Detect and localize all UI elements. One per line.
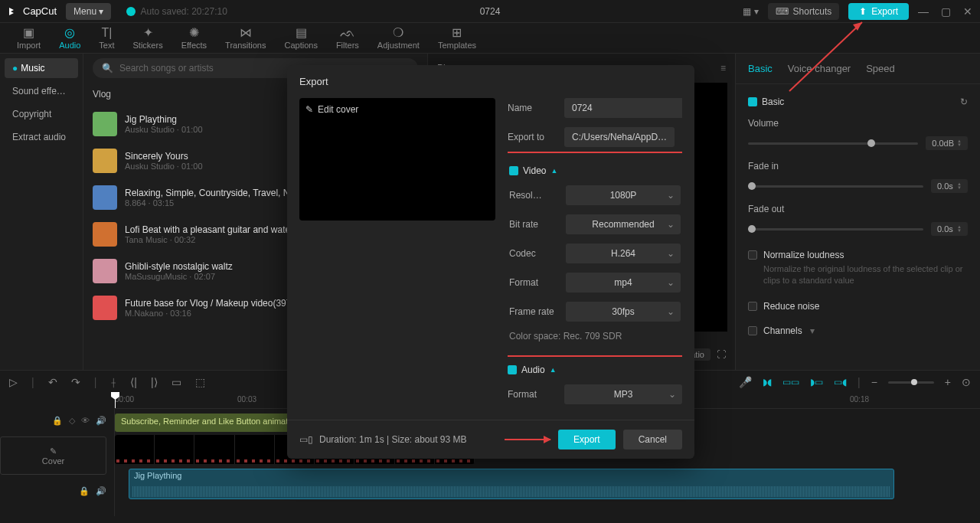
tool-effects[interactable]: ✺Effects — [172, 27, 216, 50]
templates-icon: ⊞ — [452, 27, 462, 39]
redo-icon[interactable]: ↷ — [71, 376, 80, 388]
undo-icon[interactable]: ↶ — [48, 376, 57, 388]
split-icon[interactable]: ⟊ — [110, 376, 116, 388]
keyboard-icon: ⌨ — [776, 6, 789, 17]
export-confirm-button[interactable]: Export — [558, 430, 616, 449]
captions-icon: ▤ — [296, 27, 307, 39]
pointer-tool-icon[interactable]: ▷ — [9, 376, 18, 388]
volume-slider[interactable] — [748, 142, 918, 145]
framerate-dropdown[interactable]: 30fps — [566, 302, 681, 322]
tool-templates[interactable]: ⊞Templates — [429, 27, 485, 50]
audio-checkbox-icon[interactable] — [508, 365, 517, 374]
toolbar: ▣Import◎AudioT|Text✦Stickers✺Effects⋈Tra… — [0, 23, 980, 54]
reduce-noise-checkbox[interactable] — [748, 302, 757, 311]
upload-icon: ⬆ — [859, 6, 867, 17]
track-labels: 🔒 ◇ 👁 🔊 ✎ Cover 🔒 🔊 — [0, 409, 115, 516]
fadein-slider[interactable] — [748, 185, 923, 188]
layout-icon[interactable]: ▦ ▾ — [743, 6, 758, 17]
tab-speed[interactable]: Speed — [866, 63, 895, 74]
exportto-label: Export to — [508, 132, 557, 142]
export-button-top[interactable]: ⬆ Export — [848, 3, 909, 20]
music-thumb — [93, 149, 117, 173]
tool-import[interactable]: ▣Import — [8, 27, 50, 50]
menu-button[interactable]: Menu ▾ — [66, 3, 111, 20]
track-icon-2[interactable]: ▭▭ — [782, 377, 799, 387]
fadeout-slider[interactable] — [748, 228, 923, 230]
tool-transitions[interactable]: ⋈Transitions — [216, 27, 275, 50]
tool-stickers[interactable]: ✦Stickers — [124, 27, 172, 50]
duration-label: Duration: 1m 1s | Size: about 93 MB — [319, 434, 467, 445]
tool-text[interactable]: T|Text — [90, 27, 123, 50]
chevron-up-icon[interactable]: ▲ — [550, 366, 557, 374]
close-icon[interactable]: ✕ — [963, 5, 972, 18]
track-controls-row: 🔒 ◇ 👁 🔊 — [0, 409, 114, 432]
zoom-slider[interactable] — [888, 381, 934, 384]
tab-voice-changer[interactable]: Voice changer — [788, 63, 851, 74]
playhead[interactable] — [115, 394, 116, 408]
basic-checkbox-icon[interactable] — [748, 97, 757, 106]
fullscreen-icon[interactable]: ⛶ — [717, 349, 726, 360]
sidebar-item-extract-audio[interactable]: Extract audio — [5, 127, 78, 147]
zoom-fit-icon[interactable]: ⊙ — [962, 376, 971, 388]
mic-icon[interactable]: 🎤 — [739, 376, 752, 388]
audio-clip[interactable]: Jig Plaything — [129, 469, 894, 499]
fadeout-value[interactable]: 0.0s▲▼ — [931, 222, 968, 236]
sidebar-item-copyright[interactable]: Copyright — [5, 104, 78, 124]
tool-filters[interactable]: ᨒFilters — [327, 27, 368, 50]
video-checkbox-icon[interactable] — [509, 166, 518, 175]
zoom-out-icon[interactable]: − — [871, 376, 877, 388]
crop-icon[interactable]: ⬚ — [195, 376, 205, 388]
mute-icon[interactable]: 🔊 — [96, 486, 106, 496]
tool-adjustment[interactable]: ❍Adjustment — [368, 27, 429, 50]
pencil-icon: ✎ — [305, 104, 313, 115]
music-thumb — [93, 112, 117, 136]
trim-left-icon[interactable]: ⟨| — [130, 376, 137, 388]
chevron-down-icon[interactable]: ▾ — [810, 325, 815, 336]
annotation-arrow — [505, 439, 550, 440]
audio-format-dropdown[interactable]: MP3 — [564, 384, 682, 404]
project-title: 0724 — [480, 6, 501, 17]
player-menu-icon[interactable]: ≡ — [720, 63, 726, 74]
name-input[interactable] — [564, 98, 682, 118]
fadein-value[interactable]: 0.0s▲▼ — [931, 179, 968, 193]
zoom-in-icon[interactable]: + — [945, 376, 951, 388]
visible-icon[interactable]: ◇ — [69, 416, 75, 426]
speaker-icon[interactable]: 🔊 — [96, 416, 106, 426]
resolution-label: Resol… — [509, 190, 558, 201]
volume-value[interactable]: 0.0dB▲▼ — [926, 136, 968, 150]
film-icon: ▭▯ — [299, 434, 313, 445]
normalize-checkbox[interactable] — [748, 250, 757, 260]
codec-dropdown[interactable]: H.264 — [566, 244, 681, 263]
codec-label: Codec — [509, 248, 558, 259]
sidebar-item-music[interactable]: ●Music — [5, 58, 78, 78]
track-icon-1[interactable]: ◗◖ — [763, 377, 772, 387]
tool-captions[interactable]: ▤Captions — [275, 27, 326, 50]
export-preview: ✎ Edit cover — [299, 98, 495, 221]
cancel-button[interactable]: Cancel — [623, 430, 682, 449]
minimize-icon[interactable]: — — [918, 5, 929, 18]
bitrate-dropdown[interactable]: Recommended — [566, 214, 681, 234]
shortcuts-button[interactable]: ⌨ Shortcuts — [768, 3, 840, 20]
normalize-desc: Normalize the original loudness of the s… — [763, 263, 968, 287]
sidebar-item-sound-effe-[interactable]: Sound effe… — [5, 81, 78, 101]
edit-cover-button[interactable]: ✎ Edit cover — [305, 104, 358, 115]
volume-label: Volume — [748, 118, 968, 129]
chevron-up-icon[interactable]: ▲ — [550, 167, 557, 175]
channels-checkbox[interactable] — [748, 326, 757, 335]
maximize-icon[interactable]: ▢ — [941, 5, 951, 18]
audio-track-controls: 🔒 🔊 — [0, 479, 114, 502]
mute-icon[interactable]: 👁 — [81, 416, 90, 425]
cover-label[interactable]: ✎ Cover — [0, 436, 106, 475]
track-icon-3[interactable]: ◗▭ — [810, 377, 823, 387]
reset-icon[interactable]: ↻ — [960, 96, 968, 107]
music-thumb — [93, 259, 117, 283]
tool-audio[interactable]: ◎Audio — [50, 27, 90, 50]
resolution-dropdown[interactable]: 1080P — [566, 185, 681, 205]
delete-icon[interactable]: ▭ — [172, 376, 181, 388]
lock-icon[interactable]: 🔒 — [52, 416, 63, 426]
trim-right-icon[interactable]: |⟩ — [151, 376, 158, 388]
lock-icon[interactable]: 🔒 — [79, 486, 90, 496]
tab-basic[interactable]: Basic — [748, 63, 773, 74]
format-dropdown[interactable]: mp4 — [566, 273, 681, 293]
track-icon-4[interactable]: ▭◖ — [834, 377, 847, 387]
